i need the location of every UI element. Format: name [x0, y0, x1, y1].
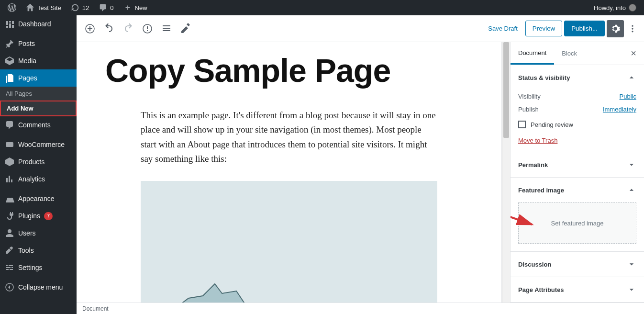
- wp-logo[interactable]: [4, 0, 20, 15]
- new-content[interactable]: New: [120, 0, 151, 15]
- menu-label: Pages: [18, 74, 37, 82]
- analytics-icon: [5, 174, 14, 184]
- page-paragraph[interactable]: This is an example page. It's different …: [141, 108, 437, 167]
- menu-comments[interactable]: Comments: [0, 116, 77, 134]
- inspector-sidebar: Document Block × Status & visibility Vis…: [510, 42, 644, 303]
- comment-icon: [5, 120, 14, 130]
- redo-button[interactable]: [120, 20, 137, 37]
- chevron-up-icon: [627, 73, 636, 82]
- menu-label: Tools: [18, 247, 34, 254]
- save-draft-button[interactable]: Save Draft: [482, 21, 523, 36]
- add-block-button[interactable]: [81, 20, 99, 37]
- menu-label: Plugins: [18, 212, 40, 220]
- menu-users[interactable]: Users: [0, 224, 77, 242]
- admin-sidebar: Dashboard Posts Media Pages All Pages Ad…: [0, 15, 77, 314]
- content-structure-button[interactable]: [139, 20, 156, 37]
- visibility-label: Visibility: [518, 93, 541, 100]
- svg-point-5: [632, 28, 633, 29]
- editor-topbar: Save Draft Preview Publish...: [77, 15, 644, 42]
- menu-label: Posts: [18, 40, 35, 47]
- tab-document[interactable]: Document: [511, 43, 554, 65]
- panel-status: Status & visibility Visibility Public Pu…: [511, 65, 644, 152]
- site-name[interactable]: Test Site: [22, 0, 65, 15]
- settings-gear-button[interactable]: [607, 20, 624, 37]
- pin-icon: [5, 39, 14, 48]
- page-title[interactable]: Copy Sample Page: [105, 42, 473, 108]
- panel-discussion: Discussion: [511, 252, 644, 277]
- dashboard-icon: [5, 19, 14, 29]
- set-featured-image-button[interactable]: Set featured image: [518, 202, 636, 244]
- svg-point-4: [632, 25, 633, 26]
- scrollbar-thumb[interactable]: [503, 42, 509, 138]
- more-options-button[interactable]: [626, 20, 639, 37]
- menu-settings[interactable]: Settings: [0, 259, 77, 276]
- block-nav-button[interactable]: [158, 20, 175, 37]
- menu-label: Appearance: [18, 195, 55, 202]
- menu-appearance[interactable]: Appearance: [0, 190, 77, 207]
- menu-plugins[interactable]: Plugins 7: [0, 207, 77, 224]
- user-menu[interactable]: Howdy, info: [590, 0, 640, 15]
- checkbox-icon[interactable]: [518, 121, 526, 128]
- visibility-value[interactable]: Public: [620, 93, 636, 100]
- updates-icon: [71, 3, 79, 12]
- plugins-icon: [5, 211, 14, 221]
- image-block[interactable]: [141, 181, 437, 303]
- editor-canvas[interactable]: Copy Sample Page This is an example page…: [77, 42, 502, 303]
- canvas-scrollbar[interactable]: [502, 42, 510, 303]
- panel-featured-header[interactable]: Featured image: [511, 178, 644, 202]
- submenu-all-pages[interactable]: All Pages: [0, 87, 77, 101]
- products-icon: [5, 157, 14, 167]
- panel-featured: Featured image Set featured image: [511, 178, 644, 252]
- panel-title: Discussion: [518, 261, 551, 268]
- menu-pages[interactable]: Pages: [0, 69, 77, 87]
- inspector-tabs: Document Block ×: [511, 42, 644, 65]
- media-icon: [5, 56, 14, 66]
- panel-permalink: Permalink: [511, 152, 644, 178]
- menu-tools[interactable]: Tools: [0, 242, 77, 259]
- submenu-add-new[interactable]: Add New: [0, 101, 77, 116]
- settings-icon: [5, 263, 14, 272]
- comments[interactable]: 0: [95, 0, 117, 15]
- menu-label: Comments: [18, 121, 51, 129]
- menu-collapse[interactable]: Collapse menu: [0, 279, 77, 296]
- menu-posts[interactable]: Posts: [0, 35, 77, 52]
- svg-line-7: [510, 215, 532, 224]
- menu-label: Products: [18, 158, 44, 166]
- undo-button[interactable]: [100, 20, 118, 37]
- panel-discussion-header[interactable]: Discussion: [511, 252, 644, 277]
- menu-analytics[interactable]: Analytics: [0, 170, 77, 188]
- menu-dashboard[interactable]: Dashboard: [0, 15, 77, 33]
- menu-label: Settings: [18, 264, 43, 271]
- editor-bottombar: Document: [77, 303, 644, 314]
- tab-block[interactable]: Block: [554, 43, 585, 64]
- move-trash-link[interactable]: Move to Trash: [518, 137, 557, 144]
- menu-woocommerce[interactable]: WooCommerce: [0, 136, 77, 153]
- menu-label: Collapse menu: [18, 283, 63, 291]
- panel-attributes-header[interactable]: Page Attributes: [511, 277, 644, 302]
- preview-button[interactable]: Preview: [525, 21, 562, 36]
- pending-review-row[interactable]: Pending review: [518, 116, 636, 133]
- pending-review-label: Pending review: [531, 121, 573, 128]
- home-icon: [26, 3, 34, 12]
- tools-icon: [5, 246, 14, 255]
- admin-bar: Test Site 12 0 New Howdy, info: [0, 0, 644, 15]
- close-inspector-button[interactable]: ×: [623, 48, 644, 59]
- menu-media[interactable]: Media: [0, 52, 77, 69]
- breadcrumb[interactable]: Document: [82, 305, 109, 312]
- updates[interactable]: 12: [67, 0, 93, 15]
- woocommerce-icon: [5, 140, 14, 149]
- pages-icon: [5, 73, 14, 83]
- panel-status-header[interactable]: Status & visibility: [511, 65, 644, 90]
- howdy-label: Howdy, info: [594, 4, 626, 11]
- publish-button[interactable]: Publish...: [564, 21, 605, 36]
- updates-count: 12: [82, 4, 89, 11]
- wordpress-icon: [8, 3, 16, 12]
- publish-value[interactable]: Immediately: [603, 106, 636, 113]
- chevron-up-icon: [627, 185, 636, 195]
- menu-products[interactable]: Products: [0, 153, 77, 170]
- menu-label: Users: [18, 229, 36, 237]
- menu-label: Analytics: [18, 175, 45, 183]
- panel-title: Featured image: [518, 187, 564, 194]
- edit-button[interactable]: [177, 20, 194, 37]
- panel-permalink-header[interactable]: Permalink: [511, 152, 644, 177]
